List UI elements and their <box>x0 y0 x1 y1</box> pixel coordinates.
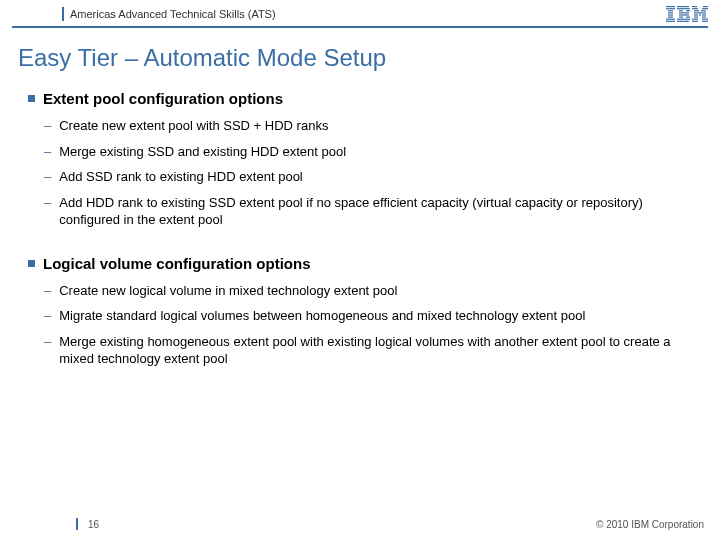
svg-rect-29 <box>702 17 706 18</box>
svg-rect-27 <box>702 14 706 15</box>
list-item-text: Merge existing homogeneous extent pool w… <box>59 333 692 368</box>
footer-vertical-rule <box>76 518 78 530</box>
svg-rect-12 <box>679 12 689 13</box>
header-left: Americas Advanced Technical Skills (ATS) <box>12 7 276 21</box>
svg-rect-8 <box>677 6 689 7</box>
section-logical-volume: Logical volume configuration options –Cr… <box>28 255 692 368</box>
list-item-text: Create new logical volume in mixed techn… <box>59 282 397 300</box>
svg-rect-4 <box>668 14 673 15</box>
svg-rect-7 <box>666 21 675 22</box>
svg-rect-9 <box>677 8 690 9</box>
svg-rect-14 <box>679 17 683 18</box>
svg-rect-20 <box>692 8 698 9</box>
list-item-text: Migrate standard logical volumes between… <box>59 307 585 325</box>
svg-rect-15 <box>686 17 690 18</box>
list-item: –Add HDD rank to existing SSD extent poo… <box>44 194 692 229</box>
svg-rect-32 <box>692 21 698 22</box>
dash-bullet-icon: – <box>44 168 51 186</box>
svg-rect-1 <box>666 8 675 9</box>
section-title: Logical volume configuration options <box>43 255 311 272</box>
header-vertical-rule <box>62 7 64 21</box>
svg-rect-16 <box>677 19 690 20</box>
footer-bar: 16 © 2010 IBM Corporation <box>0 518 720 530</box>
page-number: 16 <box>88 519 99 530</box>
svg-rect-5 <box>668 17 673 18</box>
header-horizontal-rule <box>12 26 708 28</box>
svg-rect-28 <box>694 17 698 18</box>
list-item: –Merge existing homogeneous extent pool … <box>44 333 692 368</box>
svg-rect-3 <box>668 12 673 13</box>
svg-rect-24 <box>694 12 706 13</box>
list-item-text: Create new extent pool with SSD + HDD ra… <box>59 117 328 135</box>
section-heading: Extent pool configuration options <box>28 90 692 107</box>
svg-rect-13 <box>679 14 689 15</box>
svg-rect-25 <box>694 14 698 15</box>
list-item: –Create new logical volume in mixed tech… <box>44 282 692 300</box>
svg-rect-11 <box>686 10 690 11</box>
svg-rect-2 <box>668 10 673 11</box>
square-bullet-icon <box>28 260 35 267</box>
list-item: –Add SSD rank to existing HDD extent poo… <box>44 168 692 186</box>
list-item: –Merge existing SSD and existing HDD ext… <box>44 143 692 161</box>
svg-rect-26 <box>699 14 701 15</box>
dash-bullet-icon: – <box>44 117 51 135</box>
svg-rect-18 <box>692 6 697 7</box>
svg-rect-6 <box>666 19 675 20</box>
section-extent-pool: Extent pool configuration options –Creat… <box>28 90 692 229</box>
svg-rect-33 <box>702 21 708 22</box>
content-area: Extent pool configuration options –Creat… <box>0 90 720 368</box>
org-name: Americas Advanced Technical Skills (ATS) <box>70 8 276 20</box>
svg-rect-19 <box>703 6 708 7</box>
dash-bullet-icon: – <box>44 194 51 212</box>
ibm-logo-icon <box>666 6 708 22</box>
dash-bullet-icon: – <box>44 333 51 351</box>
footer-left: 16 <box>76 518 99 530</box>
svg-rect-21 <box>702 8 708 9</box>
svg-rect-31 <box>702 19 708 20</box>
svg-rect-0 <box>666 6 675 7</box>
svg-rect-10 <box>679 10 683 11</box>
svg-rect-22 <box>694 10 699 11</box>
list-item: –Create new extent pool with SSD + HDD r… <box>44 117 692 135</box>
list-item-text: Add HDD rank to existing SSD extent pool… <box>59 194 692 229</box>
list-item-text: Merge existing SSD and existing HDD exte… <box>59 143 346 161</box>
square-bullet-icon <box>28 95 35 102</box>
svg-rect-30 <box>692 19 698 20</box>
svg-rect-17 <box>677 21 689 22</box>
section-title: Extent pool configuration options <box>43 90 283 107</box>
dash-bullet-icon: – <box>44 143 51 161</box>
page-title: Easy Tier – Automatic Mode Setup <box>0 40 720 90</box>
copyright-text: © 2010 IBM Corporation <box>596 519 704 530</box>
dash-bullet-icon: – <box>44 282 51 300</box>
section-heading: Logical volume configuration options <box>28 255 692 272</box>
list-item: –Migrate standard logical volumes betwee… <box>44 307 692 325</box>
header-bar: Americas Advanced Technical Skills (ATS) <box>0 0 720 26</box>
dash-bullet-icon: – <box>44 307 51 325</box>
list-item-text: Add SSD rank to existing HDD extent pool <box>59 168 303 186</box>
svg-rect-23 <box>701 10 706 11</box>
